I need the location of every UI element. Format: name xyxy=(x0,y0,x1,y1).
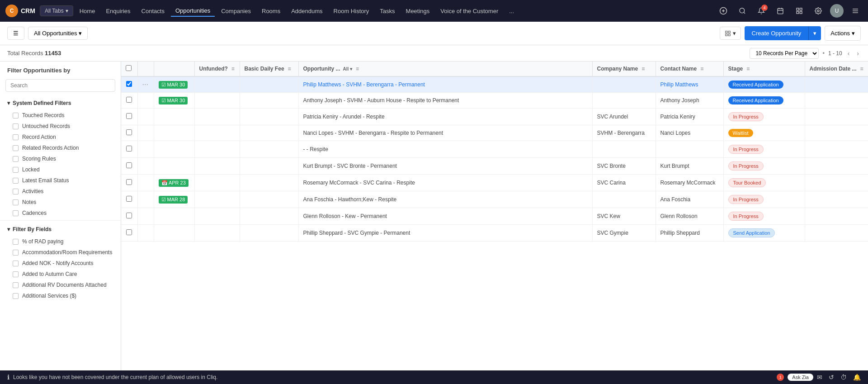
nav-enquiries[interactable]: Enquiries xyxy=(101,6,135,16)
notification-icon-btn[interactable]: 4 xyxy=(754,4,769,18)
sidebar-item-related-records[interactable]: Related Records Action xyxy=(0,142,121,153)
row-checkbox-cell[interactable] xyxy=(121,125,137,141)
row-checkbox[interactable] xyxy=(126,162,132,168)
sidebar-item-record-action[interactable]: Record Action xyxy=(0,132,121,142)
calendar-icon-btn[interactable] xyxy=(773,4,788,18)
row-context-menu[interactable]: ··· xyxy=(142,81,148,88)
user-avatar[interactable]: U xyxy=(830,4,844,18)
row-checkbox-cell[interactable] xyxy=(121,141,137,158)
contact-sort-icon[interactable]: ≡ xyxy=(700,66,703,72)
ask-zia-button[interactable]: Ask Zia xyxy=(788,374,813,381)
admission-sort-icon[interactable]: ≡ xyxy=(860,66,863,72)
th-company[interactable]: Company Name ≡ xyxy=(592,62,656,76)
nav-voice[interactable]: Voice of the Customer xyxy=(436,6,503,16)
accommodation-checkbox[interactable] xyxy=(13,250,19,256)
row-checkbox-cell[interactable] xyxy=(121,158,137,175)
actions-button[interactable]: Actions ▾ xyxy=(825,26,861,41)
additional-services-checkbox[interactable] xyxy=(13,293,19,299)
company-sort-icon[interactable]: ≡ xyxy=(642,66,645,72)
row-checkbox[interactable] xyxy=(126,179,132,185)
row-checkbox[interactable] xyxy=(126,146,132,152)
sidebar-item-cadences[interactable]: Cadences xyxy=(0,208,121,218)
th-admission[interactable]: Admission Date ... ≡ xyxy=(805,62,868,76)
sidebar-item-additional-services[interactable]: Additional Services ($) xyxy=(0,290,121,301)
opportunity-sort-icon[interactable]: ≡ xyxy=(356,66,359,72)
search-icon-btn[interactable] xyxy=(735,4,750,18)
row-checkbox-cell[interactable] xyxy=(121,76,137,93)
th-opportunity[interactable]: Opportunity ... All ▾ ≡ xyxy=(298,62,592,76)
row-checkbox[interactable] xyxy=(126,229,132,235)
sidebar-item-rv-docs[interactable]: Additional RV Documents Attached xyxy=(0,280,121,290)
row-checkbox-cell[interactable] xyxy=(121,109,137,125)
nav-rooms[interactable]: Rooms xyxy=(257,6,285,16)
filter-icon-button[interactable]: ☰ xyxy=(7,27,24,40)
nav-companies[interactable]: Companies xyxy=(217,6,255,16)
th-daily-fee[interactable]: Basic Daily Fee ≡ xyxy=(240,62,298,76)
create-opportunity-button[interactable]: Create Opportunity xyxy=(745,26,809,40)
row-checkbox[interactable] xyxy=(126,196,132,202)
nav-room-history[interactable]: Room History xyxy=(329,6,374,16)
row-checkbox[interactable] xyxy=(126,213,132,218)
prev-page-button[interactable]: ‹ xyxy=(846,50,852,57)
all-tabs-button[interactable]: All Tabs ▾ xyxy=(40,5,73,16)
row-checkbox-cell[interactable] xyxy=(121,175,137,191)
sidebar-item-accommodation[interactable]: Accommodation/Room Requirements xyxy=(0,247,121,258)
row-checkbox-cell[interactable] xyxy=(121,93,137,109)
touched-checkbox[interactable] xyxy=(13,113,19,119)
nok-checkbox[interactable] xyxy=(13,261,19,266)
search-input[interactable] xyxy=(5,79,115,92)
autumn-checkbox[interactable] xyxy=(13,271,19,277)
settings-icon-btn[interactable] xyxy=(811,4,826,18)
nav-meetings[interactable]: Meetings xyxy=(401,6,434,16)
refresh-icon[interactable]: ↺ xyxy=(829,374,834,381)
th-contact[interactable]: Contact Name ≡ xyxy=(656,62,723,76)
th-stage[interactable]: Stage ≡ xyxy=(723,62,805,76)
row-checkbox[interactable] xyxy=(126,81,132,87)
opportunity-link[interactable]: Philip Matthews - SVHM - Berengarra - Pe… xyxy=(303,81,425,88)
sidebar-item-activities[interactable]: Activities xyxy=(0,186,121,197)
cadences-checkbox[interactable] xyxy=(13,210,19,216)
row-checkbox-cell[interactable] xyxy=(121,191,137,208)
untouched-checkbox[interactable] xyxy=(13,123,19,129)
row-checkbox[interactable] xyxy=(126,113,132,119)
locked-checkbox[interactable] xyxy=(13,167,19,173)
contact-link[interactable]: Philip Matthews xyxy=(660,81,698,88)
record-action-checkbox[interactable] xyxy=(13,134,19,140)
activities-checkbox[interactable] xyxy=(13,189,19,194)
email-status-checkbox[interactable] xyxy=(13,178,19,184)
nav-addendums[interactable]: Addendums xyxy=(287,6,327,16)
sidebar-item-touched[interactable]: Touched Records xyxy=(0,110,121,121)
stage-sort-icon[interactable]: ≡ xyxy=(746,66,750,72)
nav-home[interactable]: Home xyxy=(75,6,100,16)
next-page-button[interactable]: › xyxy=(855,50,861,57)
create-icon-btn[interactable] xyxy=(716,4,731,18)
nav-contacts[interactable]: Contacts xyxy=(137,6,169,16)
sidebar-item-added-nok[interactable]: Added NOK - Notify Accounts xyxy=(0,258,121,269)
all-filter-badge[interactable]: All ▾ xyxy=(343,66,353,71)
system-filters-title[interactable]: ▾ System Defined Filters xyxy=(0,96,121,110)
apps-icon-btn[interactable] xyxy=(848,4,863,18)
nav-more[interactable]: ... xyxy=(505,6,519,16)
sidebar-item-email-status[interactable]: Latest Email Status xyxy=(0,175,121,186)
unfunded-sort-icon[interactable]: ≡ xyxy=(231,66,235,72)
th-select-all[interactable] xyxy=(121,62,137,76)
nav-opportunities[interactable]: Opportunities xyxy=(171,5,215,17)
view-toggle-button[interactable]: ▾ xyxy=(720,27,741,40)
th-unfunded[interactable]: Unfunded? ≡ xyxy=(194,62,240,76)
daily-fee-sort-icon[interactable]: ≡ xyxy=(288,66,291,72)
clock-icon[interactable]: ⏱ xyxy=(840,374,847,381)
row-checkbox[interactable] xyxy=(126,97,132,103)
rv-docs-checkbox[interactable] xyxy=(13,282,19,288)
notes-checkbox[interactable] xyxy=(13,199,19,205)
sidebar-item-added-autumn[interactable]: Added to Autumn Care xyxy=(0,269,121,280)
filter-by-fields-title[interactable]: ▾ Filter By Fields xyxy=(0,223,121,236)
sidebar-item-scoring[interactable]: Scoring Rules xyxy=(0,153,121,164)
sidebar-item-notes[interactable]: Notes xyxy=(0,197,121,208)
scoring-checkbox[interactable] xyxy=(13,156,19,162)
grid-icon-btn[interactable] xyxy=(792,4,807,18)
select-all-checkbox[interactable] xyxy=(126,65,132,71)
nav-tasks[interactable]: Tasks xyxy=(375,6,399,16)
sidebar-item-rad[interactable]: % of RAD paying xyxy=(0,236,121,247)
message-icon[interactable]: ✉ xyxy=(817,374,822,381)
all-opportunities-filter[interactable]: All Opportunities ▾ xyxy=(28,27,88,40)
